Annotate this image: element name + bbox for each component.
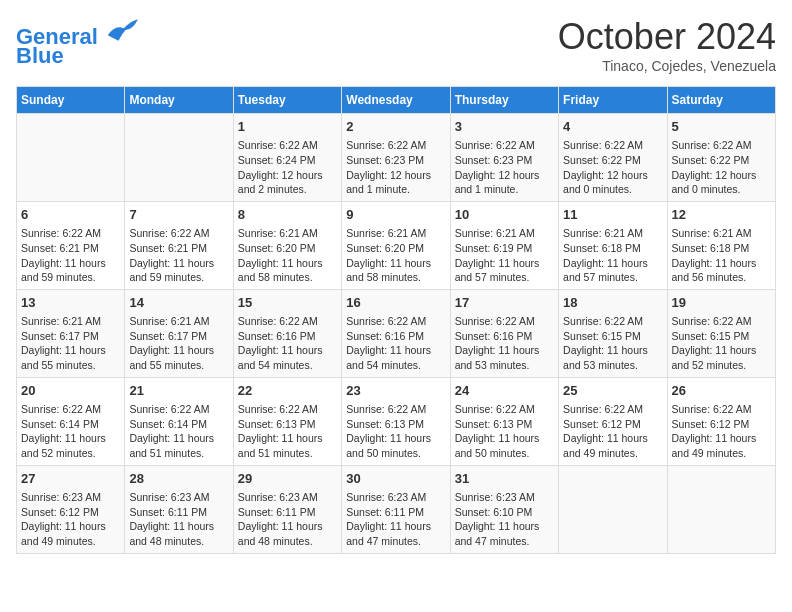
calendar-cell: 12Sunrise: 6:21 AMSunset: 6:18 PMDayligh… [667, 201, 775, 289]
cell-info: Sunset: 6:21 PM [21, 241, 120, 256]
cell-info: Sunset: 6:11 PM [238, 505, 337, 520]
cell-info: Sunrise: 6:23 AM [346, 490, 445, 505]
calendar-cell: 1Sunrise: 6:22 AMSunset: 6:24 PMDaylight… [233, 114, 341, 202]
day-number: 8 [238, 206, 337, 224]
cell-info: Daylight: 11 hours and 53 minutes. [455, 343, 554, 372]
cell-info: Daylight: 11 hours and 50 minutes. [455, 431, 554, 460]
cell-info: Daylight: 11 hours and 58 minutes. [238, 256, 337, 285]
cell-info: Daylight: 11 hours and 49 minutes. [672, 431, 771, 460]
day-number: 10 [455, 206, 554, 224]
calendar-cell: 23Sunrise: 6:22 AMSunset: 6:13 PMDayligh… [342, 377, 450, 465]
day-number: 25 [563, 382, 662, 400]
day-number: 30 [346, 470, 445, 488]
cell-info: Sunset: 6:13 PM [455, 417, 554, 432]
cell-info: Daylight: 11 hours and 47 minutes. [455, 519, 554, 548]
title-block: October 2024 Tinaco, Cojedes, Venezuela [558, 16, 776, 74]
cell-info: Daylight: 12 hours and 1 minute. [346, 168, 445, 197]
cell-info: Sunrise: 6:22 AM [238, 138, 337, 153]
cell-info: Sunset: 6:15 PM [672, 329, 771, 344]
cell-info: Sunset: 6:22 PM [563, 153, 662, 168]
cell-info: Sunrise: 6:23 AM [455, 490, 554, 505]
cell-info: Sunrise: 6:22 AM [238, 402, 337, 417]
cell-info: Sunrise: 6:21 AM [672, 226, 771, 241]
calendar-week-2: 13Sunrise: 6:21 AMSunset: 6:17 PMDayligh… [17, 289, 776, 377]
header-friday: Friday [559, 87, 667, 114]
calendar-cell: 7Sunrise: 6:22 AMSunset: 6:21 PMDaylight… [125, 201, 233, 289]
cell-info: Sunrise: 6:22 AM [672, 138, 771, 153]
calendar-cell: 5Sunrise: 6:22 AMSunset: 6:22 PMDaylight… [667, 114, 775, 202]
cell-info: Daylight: 12 hours and 1 minute. [455, 168, 554, 197]
cell-info: Sunset: 6:14 PM [129, 417, 228, 432]
header-saturday: Saturday [667, 87, 775, 114]
day-number: 27 [21, 470, 120, 488]
cell-info: Daylight: 11 hours and 53 minutes. [563, 343, 662, 372]
cell-info: Sunset: 6:18 PM [563, 241, 662, 256]
day-number: 23 [346, 382, 445, 400]
calendar-cell: 21Sunrise: 6:22 AMSunset: 6:14 PMDayligh… [125, 377, 233, 465]
cell-info: Sunrise: 6:22 AM [455, 402, 554, 417]
cell-info: Sunset: 6:19 PM [455, 241, 554, 256]
calendar-cell: 4Sunrise: 6:22 AMSunset: 6:22 PMDaylight… [559, 114, 667, 202]
cell-info: Sunset: 6:12 PM [563, 417, 662, 432]
calendar-cell [559, 465, 667, 553]
calendar-cell: 14Sunrise: 6:21 AMSunset: 6:17 PMDayligh… [125, 289, 233, 377]
day-number: 4 [563, 118, 662, 136]
calendar-cell: 30Sunrise: 6:23 AMSunset: 6:11 PMDayligh… [342, 465, 450, 553]
calendar-cell: 29Sunrise: 6:23 AMSunset: 6:11 PMDayligh… [233, 465, 341, 553]
header-monday: Monday [125, 87, 233, 114]
cell-info: Daylight: 11 hours and 59 minutes. [129, 256, 228, 285]
cell-info: Sunrise: 6:22 AM [346, 314, 445, 329]
day-number: 6 [21, 206, 120, 224]
calendar-cell [125, 114, 233, 202]
cell-info: Sunrise: 6:22 AM [129, 226, 228, 241]
cell-info: Daylight: 12 hours and 2 minutes. [238, 168, 337, 197]
cell-info: Sunrise: 6:22 AM [21, 226, 120, 241]
page-header: General Blue October 2024 Tinaco, Cojede… [16, 16, 776, 74]
calendar-cell: 27Sunrise: 6:23 AMSunset: 6:12 PMDayligh… [17, 465, 125, 553]
location: Tinaco, Cojedes, Venezuela [558, 58, 776, 74]
cell-info: Sunset: 6:20 PM [346, 241, 445, 256]
calendar-cell: 9Sunrise: 6:21 AMSunset: 6:20 PMDaylight… [342, 201, 450, 289]
cell-info: Sunrise: 6:21 AM [346, 226, 445, 241]
cell-info: Sunset: 6:17 PM [129, 329, 228, 344]
day-number: 19 [672, 294, 771, 312]
cell-info: Sunset: 6:18 PM [672, 241, 771, 256]
cell-info: Sunrise: 6:21 AM [563, 226, 662, 241]
day-number: 15 [238, 294, 337, 312]
cell-info: Sunset: 6:13 PM [346, 417, 445, 432]
month-title: October 2024 [558, 16, 776, 58]
cell-info: Sunset: 6:23 PM [346, 153, 445, 168]
cell-info: Sunset: 6:20 PM [238, 241, 337, 256]
cell-info: Sunrise: 6:22 AM [672, 402, 771, 417]
day-number: 9 [346, 206, 445, 224]
cell-info: Sunrise: 6:22 AM [238, 314, 337, 329]
calendar-cell: 8Sunrise: 6:21 AMSunset: 6:20 PMDaylight… [233, 201, 341, 289]
calendar-header-row: SundayMondayTuesdayWednesdayThursdayFrid… [17, 87, 776, 114]
day-number: 16 [346, 294, 445, 312]
calendar-cell: 17Sunrise: 6:22 AMSunset: 6:16 PMDayligh… [450, 289, 558, 377]
cell-info: Sunset: 6:21 PM [129, 241, 228, 256]
day-number: 2 [346, 118, 445, 136]
calendar-table: SundayMondayTuesdayWednesdayThursdayFrid… [16, 86, 776, 554]
day-number: 21 [129, 382, 228, 400]
day-number: 22 [238, 382, 337, 400]
day-number: 26 [672, 382, 771, 400]
cell-info: Sunrise: 6:22 AM [455, 138, 554, 153]
cell-info: Daylight: 11 hours and 51 minutes. [238, 431, 337, 460]
cell-info: Daylight: 11 hours and 55 minutes. [21, 343, 120, 372]
calendar-cell: 20Sunrise: 6:22 AMSunset: 6:14 PMDayligh… [17, 377, 125, 465]
cell-info: Daylight: 11 hours and 52 minutes. [672, 343, 771, 372]
cell-info: Sunrise: 6:23 AM [129, 490, 228, 505]
cell-info: Sunrise: 6:22 AM [563, 314, 662, 329]
calendar-cell [667, 465, 775, 553]
cell-info: Sunrise: 6:23 AM [238, 490, 337, 505]
cell-info: Sunrise: 6:22 AM [21, 402, 120, 417]
calendar-week-1: 6Sunrise: 6:22 AMSunset: 6:21 PMDaylight… [17, 201, 776, 289]
calendar-cell: 11Sunrise: 6:21 AMSunset: 6:18 PMDayligh… [559, 201, 667, 289]
cell-info: Daylight: 11 hours and 54 minutes. [238, 343, 337, 372]
cell-info: Sunrise: 6:22 AM [346, 138, 445, 153]
cell-info: Sunset: 6:17 PM [21, 329, 120, 344]
calendar-week-3: 20Sunrise: 6:22 AMSunset: 6:14 PMDayligh… [17, 377, 776, 465]
cell-info: Sunset: 6:10 PM [455, 505, 554, 520]
cell-info: Sunset: 6:16 PM [455, 329, 554, 344]
